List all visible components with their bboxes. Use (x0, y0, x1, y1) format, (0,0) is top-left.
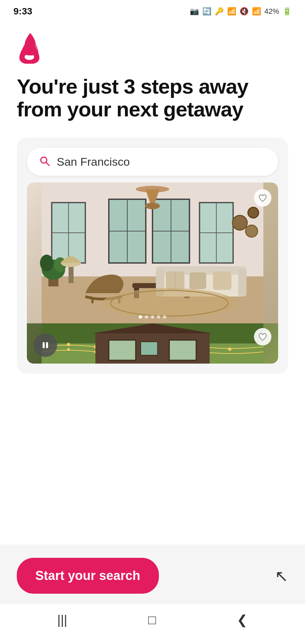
svg-point-42 (67, 343, 70, 346)
start-search-button[interactable]: Start your search (17, 558, 159, 594)
key-icon: 🔑 (215, 7, 224, 16)
recents-nav-icon[interactable]: ||| (57, 613, 68, 627)
navigation-bar: ||| □ ❮ (0, 604, 305, 644)
property-image-main (27, 182, 278, 323)
search-bar[interactable]: San Francisco (27, 148, 278, 176)
svg-point-38 (102, 288, 236, 318)
promo-card: San Francisco (17, 138, 288, 374)
property-images (27, 182, 278, 364)
wishlist-heart-peek[interactable] (254, 328, 271, 345)
svg-point-17 (145, 203, 160, 209)
battery-icon: 🔋 (282, 7, 292, 16)
property-image-peek (27, 323, 278, 364)
battery-indicator: 42% (264, 7, 279, 16)
svg-line-1 (46, 162, 49, 166)
search-value: San Francisco (57, 155, 130, 168)
status-icons: 📷 🔄 🔑 📶 🔇 📶 42% 🔋 (190, 7, 292, 16)
home-nav-icon[interactable]: □ (148, 613, 156, 627)
sync-icon: 🔄 (202, 7, 211, 16)
main-content: You're just 3 steps away from your next … (0, 65, 305, 544)
carousel-dot-2 (145, 315, 148, 319)
camera-icon: 📷 (190, 7, 199, 16)
svg-point-20 (40, 255, 53, 271)
status-time: 9:33 (13, 6, 32, 17)
wifi-icon: 📶 (252, 7, 261, 16)
carousel-dots (139, 315, 166, 319)
svg-rect-57 (141, 342, 158, 355)
svg-rect-58 (43, 342, 45, 348)
airbnb-logo-icon (15, 35, 44, 64)
page-headline: You're just 3 steps away from your next … (17, 75, 288, 121)
svg-point-35 (232, 215, 247, 230)
carousel-dot-1 (139, 315, 142, 319)
carousel-dot-5 (163, 315, 166, 319)
bottom-cta-area: Start your search ↖ (0, 544, 305, 604)
app-header (0, 20, 305, 65)
svg-rect-33 (189, 272, 206, 289)
svg-rect-30 (238, 270, 247, 297)
carousel-dot-3 (151, 315, 154, 319)
status-bar: 9:33 📷 🔄 🔑 📶 🔇 📶 42% 🔋 (0, 0, 305, 20)
back-nav-icon[interactable]: ❮ (237, 612, 248, 627)
svg-rect-55 (109, 340, 136, 360)
svg-point-36 (248, 207, 259, 218)
svg-rect-56 (169, 340, 196, 360)
cursor-indicator: ↖ (275, 567, 288, 585)
svg-point-48 (228, 347, 231, 351)
wishlist-heart-main[interactable] (254, 189, 271, 207)
mute-icon: 🔇 (239, 7, 249, 16)
svg-point-37 (246, 225, 258, 237)
svg-point-49 (67, 348, 70, 351)
bluetooth-icon: 📶 (227, 7, 236, 16)
svg-rect-34 (213, 271, 231, 290)
search-icon (39, 155, 51, 168)
carousel-dot-4 (157, 315, 160, 319)
svg-rect-59 (46, 342, 48, 348)
pause-button[interactable] (34, 333, 57, 357)
